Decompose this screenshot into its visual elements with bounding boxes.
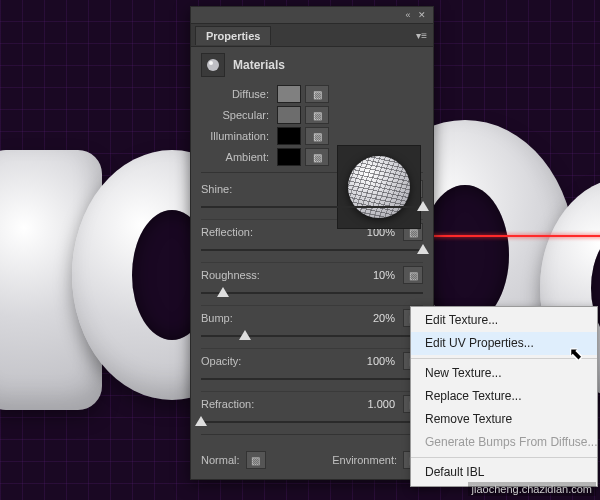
ambient-label: Ambient: (201, 151, 273, 163)
refraction-value[interactable]: 1.000 (341, 398, 397, 410)
ambient-texture-button[interactable]: ▧ (305, 148, 329, 166)
refraction-slider-thumb[interactable] (195, 416, 207, 426)
menu-default_ibl[interactable]: Default IBL (411, 461, 597, 484)
environment-label: Environment: (332, 454, 397, 466)
ambient-swatch[interactable] (277, 148, 301, 166)
specular-swatch[interactable] (277, 106, 301, 124)
roughness-slider[interactable] (201, 287, 423, 299)
materials-icon (201, 53, 225, 77)
illumination-label: Illumination: (201, 130, 273, 142)
menu-replace_texture[interactable]: Replace Texture... (411, 385, 597, 408)
separator (201, 262, 423, 263)
normal-label: Normal: (201, 454, 240, 466)
normal-texture-button[interactable]: ▧ (246, 451, 266, 469)
x-axis-gizmo[interactable] (430, 235, 600, 237)
roughness-label: Roughness: (201, 269, 281, 281)
illumination-swatch[interactable] (277, 127, 301, 145)
roughness-texture-button[interactable]: ▧ (403, 266, 423, 284)
panel-menu-icon[interactable]: ▾≡ (410, 30, 433, 41)
reflection-slider-thumb[interactable] (417, 244, 429, 254)
bump-row: Bump:20%▧ (201, 308, 423, 342)
refraction-row: Refraction:1.000▧ (201, 394, 423, 428)
watermark-text: jiaocheng.chazidian.com (468, 482, 596, 496)
illumination-texture-button[interactable]: ▧ (305, 127, 329, 145)
tab-properties[interactable]: Properties (195, 26, 271, 45)
roughness-row: Roughness:10%▧ (201, 265, 423, 299)
material-preview[interactable] (337, 145, 421, 229)
separator (201, 305, 423, 306)
specular-texture-button[interactable]: ▧ (305, 106, 329, 124)
menu-edit_texture[interactable]: Edit Texture... (411, 309, 597, 332)
collapse-icon[interactable]: « (401, 9, 415, 21)
specular-label: Specular: (201, 109, 273, 121)
menu-remove_texture[interactable]: Remove Texture (411, 408, 597, 431)
diffuse-label: Diffuse: (201, 88, 273, 100)
reflection-slider[interactable] (201, 244, 423, 256)
tab-bar: Properties ▾≡ (191, 24, 433, 47)
section-materials: Materials (191, 47, 433, 85)
svg-point-0 (207, 59, 219, 71)
section-title-text: Materials (233, 58, 285, 72)
shine-slider-thumb[interactable] (417, 201, 429, 211)
roughness-slider-thumb[interactable] (217, 287, 229, 297)
opacity-row: Opacity:100%▧ (201, 351, 423, 385)
diffuse-swatch[interactable] (277, 85, 301, 103)
texture-context-menu: Edit Texture...Edit UV Properties...New … (410, 306, 598, 487)
opacity-slider[interactable] (201, 373, 423, 385)
reflection-label: Reflection: (201, 226, 281, 238)
separator (201, 434, 423, 435)
menu-gen_bumps: Generate Bumps From Diffuse... (411, 431, 597, 454)
menu-new_texture[interactable]: New Texture... (411, 362, 597, 385)
menu-edit_uv[interactable]: Edit UV Properties... (411, 332, 597, 355)
panel-header[interactable]: « ✕ (191, 7, 433, 24)
bump-slider-thumb[interactable] (239, 330, 251, 340)
shine-slider[interactable] (201, 201, 423, 213)
close-icon[interactable]: ✕ (415, 9, 429, 21)
refraction-slider[interactable] (201, 416, 423, 428)
opacity-value[interactable]: 100% (341, 355, 397, 367)
roughness-value[interactable]: 10% (341, 269, 397, 281)
separator (201, 391, 423, 392)
menu-separator (411, 358, 597, 359)
shine-label: Shine: (201, 183, 281, 195)
menu-separator (411, 457, 597, 458)
diffuse-texture-button[interactable]: ▧ (305, 85, 329, 103)
bump-slider[interactable] (201, 330, 423, 342)
bump-label: Bump: (201, 312, 281, 324)
opacity-label: Opacity: (201, 355, 281, 367)
svg-point-1 (209, 61, 213, 65)
separator (201, 348, 423, 349)
bump-value[interactable]: 20% (341, 312, 397, 324)
properties-panel: « ✕ Properties ▾≡ Materials Diffuse: ▧ S… (190, 6, 434, 480)
refraction-label: Refraction: (201, 398, 281, 410)
